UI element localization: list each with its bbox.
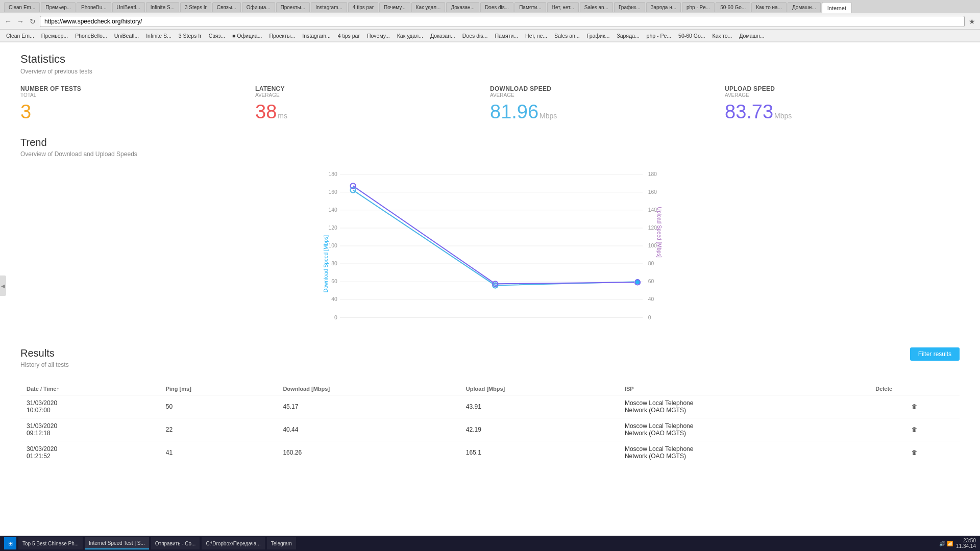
cell-datetime-2: 30/03/202001:21:52	[20, 441, 160, 464]
bookmark-17[interactable]: Нет, не...	[523, 32, 549, 39]
tab-unibeat[interactable]: UniBeatl...	[112, 2, 145, 12]
bookmark-2[interactable]: Премьер...	[39, 32, 70, 39]
tab-svyazy[interactable]: Связы...	[212, 2, 241, 12]
results-subtitle: History of all tests	[20, 361, 69, 368]
bookmark-6[interactable]: 3 Steps Ir	[177, 32, 204, 39]
left-panel-toggle[interactable]: ◀	[0, 276, 6, 296]
cell-download-2: 160.26	[277, 441, 459, 464]
col-upload: Upload [Mbps]	[460, 383, 619, 395]
stat-download-unit: Mbps	[540, 112, 557, 120]
tab-dokazan[interactable]: Доказан...	[446, 2, 479, 12]
delete-row-0[interactable]: 🗑	[869, 395, 960, 418]
col-download: Download [Mbps]	[277, 383, 459, 395]
cell-ping-1: 22	[160, 418, 277, 441]
tab-zariad[interactable]: Заряда н...	[646, 2, 681, 12]
svg-text:60: 60	[331, 279, 337, 284]
col-datetime: Date / Time↑	[20, 383, 160, 395]
page-content: Statistics Overview of previous tests Nu…	[0, 42, 980, 537]
bookmark-10[interactable]: Instagram...	[300, 32, 332, 39]
tab-grafik[interactable]: График...	[614, 2, 645, 12]
back-button[interactable]: ←	[3, 16, 13, 27]
tab-salesan[interactable]: Sales an...	[580, 2, 613, 12]
bookmark-14[interactable]: Доказан...	[428, 32, 457, 39]
bookmark-20[interactable]: Заряда...	[615, 32, 641, 39]
bookmark-3[interactable]: PhoneBello...	[73, 32, 109, 39]
svg-text:140: 140	[328, 207, 337, 213]
bookmark-23[interactable]: Как то...	[710, 32, 734, 39]
tab-4tips[interactable]: 4 tips par	[348, 2, 378, 12]
delete-row-2[interactable]: 🗑	[869, 441, 960, 464]
tab-internet-active[interactable]: Internet	[822, 2, 852, 13]
tab-group: Clean Em... Премьер... PhoneBu... UniBea…	[4, 2, 852, 13]
bookmark-16[interactable]: Памяти...	[493, 32, 520, 39]
svg-text:180: 180	[648, 171, 657, 177]
bookmark-22[interactable]: 50-60 Go...	[676, 32, 707, 39]
refresh-button[interactable]: ↻	[28, 16, 38, 27]
bookmark-9[interactable]: Проекты...	[267, 32, 297, 39]
svg-text:100: 100	[648, 243, 657, 248]
stat-upload-unit: Mbps	[774, 112, 792, 120]
stat-upload-sub: AVERAGE	[725, 92, 949, 98]
statistics-title: Statistics	[20, 53, 960, 66]
svg-text:0: 0	[648, 315, 651, 320]
tab-3steps[interactable]: 3 Steps Ir	[180, 2, 211, 12]
tab-infinite[interactable]: Infinite S...	[146, 2, 179, 12]
cell-download-0: 45.17	[277, 395, 459, 418]
tab-phonebook[interactable]: PhoneBu...	[77, 2, 111, 12]
taskbar: ⊞ Top 5 Best Chinese Ph... Internet Spee…	[0, 536, 980, 537]
tab-pochemu[interactable]: Почему...	[379, 2, 410, 12]
cell-isp-2: Moscow Local TelephoneNetwork (OAO MGTS)	[619, 441, 869, 464]
svg-text:160: 160	[328, 189, 337, 195]
bookmark-19[interactable]: График...	[585, 32, 612, 39]
bookmark-7[interactable]: Связ...	[207, 32, 227, 39]
trend-chart: 180 160 140 120 100 80 60 40 0 180 160 1…	[20, 164, 960, 327]
svg-text:140: 140	[648, 207, 657, 213]
tab-home[interactable]: Домашн...	[788, 2, 821, 12]
results-table-body: 31/03/202010:07:00 50 45.17 43.91 Moscow…	[20, 395, 960, 464]
svg-text:40: 40	[331, 296, 337, 302]
address-bar[interactable]	[40, 16, 965, 27]
bookmark-12[interactable]: Почему...	[365, 32, 392, 39]
bookmark-24[interactable]: Домашн...	[737, 32, 766, 39]
tab-5060[interactable]: 50-60 Go...	[716, 2, 750, 12]
tab-php[interactable]: php - Pe...	[682, 2, 715, 12]
stat-upload-value: 83.73Mbps	[725, 102, 949, 121]
bookmark-4[interactable]: UniBeatl...	[112, 32, 141, 39]
tab-netnot[interactable]: Нет, нет...	[547, 2, 579, 12]
bookmark-21[interactable]: php - Pe...	[645, 32, 673, 39]
tab-premier[interactable]: Премьер...	[41, 2, 76, 12]
bookmark-15[interactable]: Does dis...	[460, 32, 490, 39]
svg-text:120: 120	[328, 225, 337, 231]
svg-text:Upload Speed [Mbps]: Upload Speed [Mbps]	[656, 207, 662, 258]
tab-projects[interactable]: Проекты...	[276, 2, 310, 12]
stat-latency: Latency AVERAGE 38ms	[255, 85, 490, 121]
bookmark-5[interactable]: Infinite S...	[144, 32, 174, 39]
tab-official[interactable]: Официа...	[242, 2, 275, 12]
stat-download-sub: AVERAGE	[490, 92, 715, 98]
cell-isp-0: Moscow Local TelephoneNetwork (OAO MGTS)	[619, 395, 869, 418]
forward-button[interactable]: →	[15, 16, 26, 27]
bookmark-13[interactable]: Как удал...	[395, 32, 425, 39]
delete-row-1[interactable]: 🗑	[869, 418, 960, 441]
filter-results-button[interactable]: Filter results	[910, 347, 960, 361]
bookmark-18[interactable]: Sales an...	[552, 32, 582, 39]
stat-tests-value: 3	[20, 102, 245, 121]
tab-kakto[interactable]: Как то на...	[751, 2, 787, 12]
tab-clean-em[interactable]: Clean Em...	[4, 2, 40, 12]
stat-latency-label: Latency	[255, 85, 480, 92]
tab-instagram[interactable]: Instagram...	[311, 2, 347, 12]
extensions-button[interactable]: ★	[967, 16, 977, 27]
cell-download-1: 40.44	[277, 418, 459, 441]
bookmark-8[interactable]: ■ Официа...	[230, 32, 264, 39]
stat-tests-label: Number of tests	[20, 85, 245, 92]
results-header: Results History of all tests Filter resu…	[20, 347, 960, 374]
tab-kakudal[interactable]: Как удал...	[411, 2, 446, 12]
svg-text:60: 60	[648, 279, 654, 284]
bookmark-1[interactable]: Clean Em...	[4, 32, 36, 39]
tab-pamyati[interactable]: Памяти...	[514, 2, 546, 12]
bookmark-11[interactable]: 4 tips par	[336, 32, 362, 39]
cell-isp-1: Moscow Local TelephoneNetwork (OAO MGTS)	[619, 418, 869, 441]
tab-doesdis[interactable]: Does dis...	[480, 2, 513, 12]
browser-tabs: Clean Em... Премьер... PhoneBu... UniBea…	[0, 0, 980, 13]
trend-title: Trend	[20, 137, 960, 148]
